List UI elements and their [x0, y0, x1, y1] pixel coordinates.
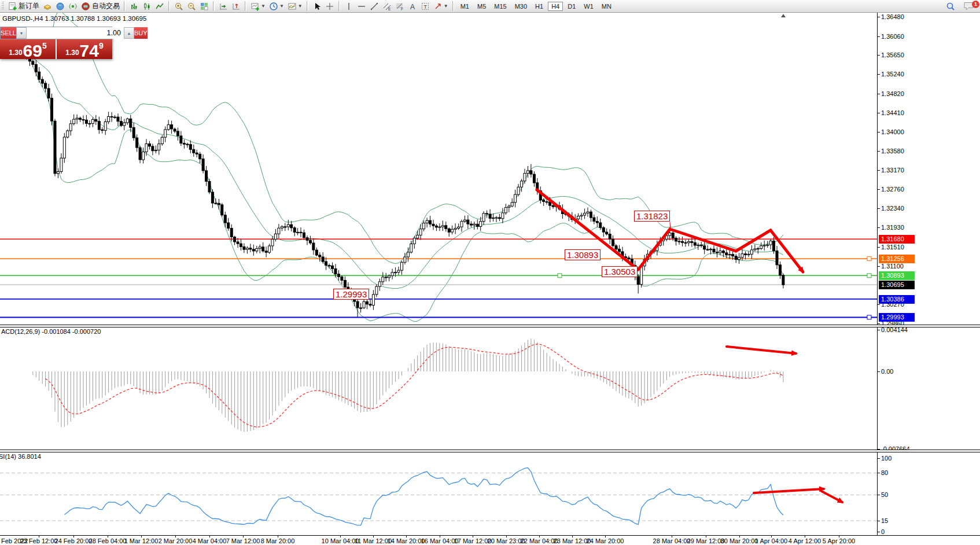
timeframe-button-h4[interactable]: H4	[548, 2, 563, 11]
price-badge: 1.29993	[879, 313, 915, 322]
price-axis-label: 1.31100	[881, 263, 904, 270]
buy-price-big: 74	[80, 43, 99, 58]
chart-shift-icon	[231, 2, 241, 11]
channel-icon: E	[382, 2, 392, 11]
price-annotation-label[interactable]: 1.31823	[634, 211, 670, 222]
timeframe-button-mn[interactable]: MN	[598, 2, 615, 11]
cursor-button[interactable]	[311, 1, 323, 12]
rsi-axis-label: 100	[881, 455, 891, 462]
date-axis-label: 23 Mar 12:00	[554, 537, 591, 544]
date-axis-label: 30 Mar 20:00	[721, 537, 758, 544]
price-axis-label: 1.31930	[881, 224, 904, 231]
price-axis-label: 1.33170	[881, 167, 904, 174]
crosshair-icon	[325, 2, 334, 11]
text-button[interactable]: A	[407, 1, 418, 12]
date-axis-tick	[572, 535, 573, 537]
svg-text:T: T	[423, 3, 427, 9]
chart-shift-button[interactable]	[230, 1, 242, 12]
templates-button[interactable]: ▼	[286, 1, 304, 12]
time-axis-line	[0, 535, 980, 536]
cursor-icon	[312, 2, 322, 11]
text-icon: A	[408, 2, 417, 11]
timeframe-button-w1[interactable]: W1	[580, 2, 597, 11]
volume-decrease-button[interactable]: ▼	[16, 27, 27, 39]
zoom-out-button[interactable]	[186, 1, 197, 12]
date-axis-tick	[805, 535, 805, 537]
sell-price-pip: 5	[42, 41, 47, 50]
toolbar-grip[interactable]	[2, 2, 4, 10]
timeframe-button-m30[interactable]: M30	[511, 2, 530, 11]
price-badge: 1.31680	[879, 235, 915, 244]
equidistant-channel-button[interactable]: E	[381, 1, 393, 12]
buy-button[interactable]: BUY	[134, 27, 148, 39]
auto-trading-button[interactable]: 自动交易	[80, 1, 121, 12]
date-axis-tick	[373, 535, 374, 537]
timeframe-button-d1[interactable]: D1	[564, 2, 579, 11]
zoom-in-button[interactable]	[173, 1, 185, 12]
periods-button[interactable]: ▼	[268, 1, 285, 12]
bar-chart-button[interactable]	[128, 1, 140, 12]
price-axis-tick	[877, 74, 880, 75]
vertical-line-button[interactable]	[343, 1, 355, 12]
timeframe-button-m1[interactable]: M1	[457, 2, 473, 11]
chart-shift-marker[interactable]	[781, 14, 786, 17]
new-order-button[interactable]: 新订单	[6, 1, 40, 12]
rsi-axis-label: 50	[881, 491, 888, 498]
timeframe-button-m5[interactable]: M5	[474, 2, 489, 11]
price-axis-tick	[877, 170, 880, 171]
trade-header: SELL ▼ ▲ BUY	[0, 27, 112, 39]
chat-button[interactable]: 1	[962, 1, 976, 12]
crosshair-button[interactable]	[324, 1, 336, 12]
timeframe-button-m15[interactable]: M15	[491, 2, 510, 11]
buy-price-pip: 9	[99, 41, 104, 50]
date-axis-label: 4 Mar 04:00	[193, 537, 227, 544]
toolbar: 新订单 自动交易	[0, 0, 980, 13]
date-axis-label: 20 Mar 23:00	[488, 537, 525, 544]
horizontal-line-button[interactable]	[356, 1, 367, 12]
date-axis-tick	[839, 535, 839, 537]
terminal-button[interactable]	[54, 1, 66, 12]
date-axis-label: 8 Mar 20:00	[261, 537, 295, 544]
sell-button[interactable]: SELL	[1, 27, 16, 39]
date-axis-label: 1 Mar 12:00	[124, 537, 159, 544]
pane-separator[interactable]	[0, 325, 980, 327]
metaeditor-button[interactable]	[42, 1, 53, 12]
new-chart-button[interactable]: ▼	[249, 1, 267, 12]
macd-indicator-label: ACD(12,26,9) -0.001084 -0.000720	[1, 328, 101, 335]
signals-button[interactable]	[67, 1, 79, 12]
pane-separator[interactable]	[0, 450, 980, 452]
auto-scroll-button[interactable]	[218, 1, 229, 12]
line-chart-button[interactable]	[154, 1, 165, 12]
zoom-out-icon	[187, 2, 196, 11]
buy-price-display[interactable]: 1.30 74 9	[57, 39, 112, 59]
date-axis-label: 28 Feb 04:00	[89, 537, 127, 544]
search-button[interactable]	[944, 1, 957, 12]
trendline-button[interactable]	[369, 1, 380, 12]
fibonacci-button[interactable]: F	[394, 1, 406, 12]
auto-scroll-icon	[219, 2, 228, 11]
date-axis-tick	[108, 535, 108, 537]
price-annotation-label[interactable]: 1.29993	[333, 289, 369, 300]
rsi-axis-label: 15	[881, 517, 888, 524]
timeframe-button-h1[interactable]: H1	[532, 2, 547, 11]
arrow-shape-icon	[433, 2, 443, 11]
price-annotation-label[interactable]: 1.30893	[565, 249, 600, 260]
price-axis-line	[877, 12, 878, 535]
date-axis-tick	[771, 535, 772, 537]
tile-windows-button[interactable]	[198, 1, 210, 12]
date-axis-label: 29 Mar 12:00	[687, 537, 725, 544]
price-annotation-label[interactable]: 1.30503	[602, 266, 638, 277]
timeframe-group: M1M5M15M30H1H4D1W1MN	[456, 3, 616, 10]
text-label-icon: T	[421, 2, 430, 11]
toolbar-right-group: 1	[944, 1, 977, 12]
volume-input[interactable]	[27, 27, 124, 39]
rsi-indicator-label: SI(14) 36.8014	[0, 453, 41, 460]
volume-increase-button[interactable]: ▲	[124, 27, 134, 39]
sell-price-display[interactable]: 1.30 69 5	[0, 39, 56, 59]
candlestick-chart-button[interactable]	[141, 1, 153, 12]
date-axis-label: 11 Mar 12:00	[355, 537, 392, 544]
text-label-button[interactable]: T	[419, 1, 431, 12]
date-axis-tick	[141, 535, 142, 537]
arrows-button[interactable]: ▼	[432, 1, 450, 12]
date-axis-tick	[406, 535, 407, 537]
